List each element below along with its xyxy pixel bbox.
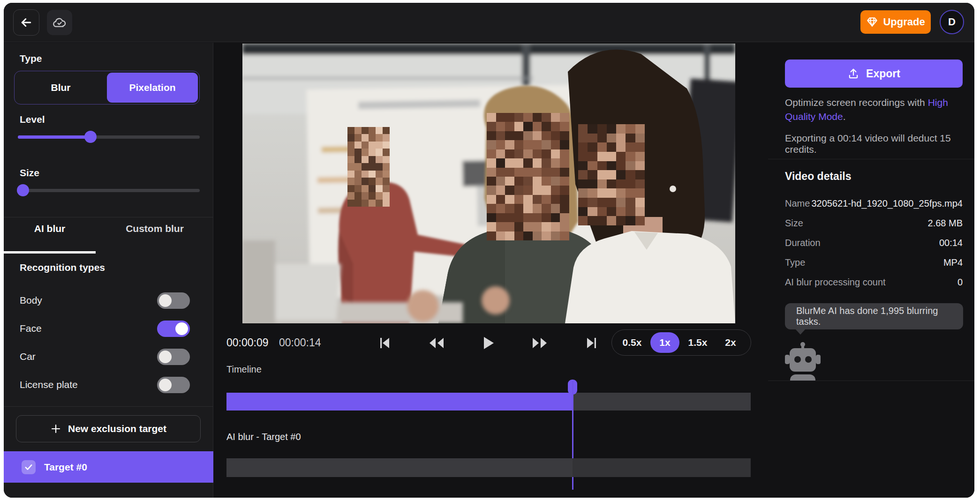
detail-label: Duration <box>785 238 821 248</box>
recognition-row-body: Body <box>4 291 213 312</box>
export-label: Export <box>866 67 900 80</box>
detail-label: Type <box>785 257 805 268</box>
robot-mascot-icon <box>784 342 822 381</box>
sidebar-divider <box>4 217 213 217</box>
blur-type-segmented-control: Blur Pixelation <box>14 71 200 104</box>
blur-track-label: AI blur - Target #0 <box>226 432 301 442</box>
blurme-stats-tooltip: BlurMe AI has done 1,995 blurring tasks. <box>785 303 963 329</box>
detail-value: 3205621-hd_1920_1080_25fps.mp4 <box>811 198 963 209</box>
tab-custom-blur[interactable]: Custom blur <box>109 223 201 234</box>
recognition-row-license-plate: License plate <box>4 375 213 396</box>
current-time: 00:00:09 <box>226 336 269 349</box>
type-option-blur[interactable]: Blur <box>15 71 107 104</box>
detail-row-name: Name 3205621-hd_1920_1080_25fps.mp4 <box>785 198 963 212</box>
play-icon <box>481 336 495 351</box>
optimize-prefix: Optimize screen recordings with <box>785 97 928 108</box>
play-button[interactable] <box>475 330 501 356</box>
timeline-label: Timeline <box>226 364 262 375</box>
speed-1x[interactable]: 1x <box>650 332 679 353</box>
tooltip-tail <box>795 329 806 335</box>
detail-value: 0 <box>957 277 963 288</box>
rewind-icon <box>428 336 445 350</box>
skip-to-start-button[interactable] <box>372 330 398 356</box>
skip-to-end-button[interactable] <box>579 330 604 356</box>
total-duration: 00:00:14 <box>279 336 321 349</box>
rewind-button[interactable] <box>424 330 449 356</box>
recognition-label: Body <box>20 295 42 306</box>
playback-controls: 00:00:09 00:00:14 0.5x 1x 1.5x 2x <box>214 329 768 357</box>
playback-speed-group: 0.5x 1x 1.5x 2x <box>611 329 751 356</box>
active-tab-underline <box>4 251 96 254</box>
timeline-track[interactable] <box>226 393 751 410</box>
tooltip-text: BlurMe AI has done 1,995 blurring tasks. <box>796 306 963 327</box>
target-0-list-item[interactable]: Target #0 <box>4 451 213 483</box>
optimize-suffix: . <box>843 111 846 122</box>
recognition-label: Car <box>20 351 36 362</box>
fast-forward-icon <box>531 336 548 350</box>
upgrade-button[interactable]: Upgrade <box>860 10 931 34</box>
skip-end-icon <box>584 336 598 350</box>
recognition-label: License plate <box>20 379 78 390</box>
target-0-checkbox[interactable] <box>22 460 36 474</box>
tab-ai-blur[interactable]: AI blur <box>4 223 96 234</box>
top-bar: Upgrade D <box>4 3 974 42</box>
level-slider-thumb[interactable] <box>84 131 97 143</box>
type-section-label: Type <box>20 53 42 64</box>
size-slider-track[interactable] <box>18 189 200 192</box>
editor-stage: 00:00:09 00:00:14 0.5x 1x 1.5x 2x <box>214 43 768 498</box>
skip-start-icon <box>378 336 392 350</box>
speed-2x[interactable]: 2x <box>716 332 745 353</box>
right-panel-divider <box>768 159 974 159</box>
recognition-row-car: Car <box>4 347 213 368</box>
arrow-left-icon <box>19 15 33 30</box>
credits-hint-text: Exporting a 00:14 video will deduct 15 c… <box>785 133 968 155</box>
right-panel-divider <box>768 381 974 381</box>
detail-value: 2.68 MB <box>928 218 963 229</box>
back-button[interactable] <box>13 9 39 36</box>
speed-0-5x[interactable]: 0.5x <box>618 332 647 353</box>
detail-row-type: Type MP4 <box>785 257 963 271</box>
size-section-label: Size <box>20 167 39 179</box>
left-settings-panel: Type Blur Pixelation Level Size AI blur … <box>4 43 213 498</box>
recognition-types-title: Recognition types <box>20 262 105 273</box>
level-slider[interactable] <box>18 131 200 143</box>
detail-label: AI blur processing count <box>785 277 886 288</box>
blurme-app-window: Upgrade D Type Blur Pixelation Level Siz… <box>4 3 974 498</box>
fast-forward-button[interactable] <box>527 330 552 356</box>
cloud-sync-button[interactable] <box>47 10 72 35</box>
size-slider[interactable] <box>18 184 200 196</box>
detail-row-duration: Duration 00:14 <box>785 238 963 252</box>
ai-blur-track-elapsed <box>226 458 573 477</box>
export-button[interactable]: Export <box>785 60 963 88</box>
level-slider-fill <box>18 135 90 139</box>
face-toggle[interactable] <box>157 321 190 337</box>
toggle-knob <box>159 379 172 391</box>
pixelated-face-man <box>487 113 569 240</box>
pixelated-face-presenter <box>347 127 390 207</box>
optimize-hint-text: Optimize screen recordings with High Qua… <box>785 96 965 124</box>
detail-value: 00:14 <box>939 238 963 248</box>
upload-icon <box>847 67 859 80</box>
ai-blur-target-track[interactable] <box>226 458 751 477</box>
plus-icon <box>50 423 61 434</box>
speed-1-5x[interactable]: 1.5x <box>683 332 712 353</box>
type-option-pixelation[interactable]: Pixelation <box>107 73 198 103</box>
detail-row-size: Size 2.68 MB <box>785 218 963 232</box>
upgrade-label: Upgrade <box>883 16 925 28</box>
car-toggle[interactable] <box>157 349 190 365</box>
detail-label: Name <box>785 198 810 209</box>
user-avatar[interactable]: D <box>940 10 964 34</box>
recognition-label: Face <box>20 323 42 334</box>
new-exclusion-target-button[interactable]: New exclusion target <box>16 415 201 442</box>
gem-icon <box>866 16 878 28</box>
video-preview[interactable] <box>242 44 735 323</box>
timeline-progress-fill <box>226 393 573 410</box>
new-target-label: New exclusion target <box>68 423 166 434</box>
license-plate-toggle[interactable] <box>157 377 190 393</box>
video-details-title: Video details <box>785 170 851 183</box>
toggle-knob <box>159 351 172 363</box>
size-slider-thumb[interactable] <box>17 184 29 196</box>
target-0-label: Target #0 <box>44 462 87 473</box>
body-toggle[interactable] <box>157 292 190 309</box>
avatar-initial: D <box>948 16 956 28</box>
